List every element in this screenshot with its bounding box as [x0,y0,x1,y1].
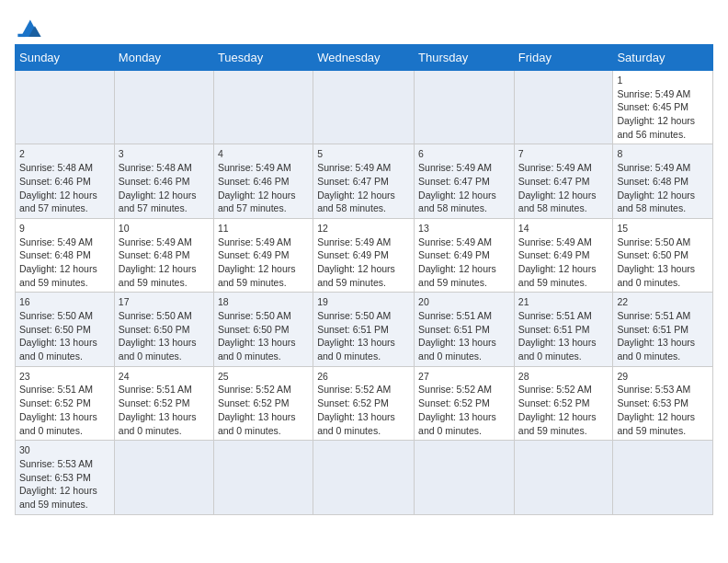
day-number: 3 [119,147,210,161]
day-number: 10 [119,222,210,236]
day-number: 12 [317,222,410,236]
calendar-cell: 1Sunrise: 5:49 AM Sunset: 6:45 PM Daylig… [613,71,713,144]
col-header-saturday: Saturday [613,45,713,71]
day-info: Sunrise: 5:49 AM Sunset: 6:48 PM Dayligh… [19,236,110,290]
page-container: SundayMondayTuesdayWednesdayThursdayFrid… [15,15,713,515]
day-number: 13 [418,222,510,236]
day-number: 18 [218,295,309,309]
day-info: Sunrise: 5:48 AM Sunset: 6:46 PM Dayligh… [119,161,210,215]
day-info: Sunrise: 5:49 AM Sunset: 6:47 PM Dayligh… [418,161,510,215]
day-info: Sunrise: 5:50 AM Sunset: 6:50 PM Dayligh… [218,309,309,363]
calendar-cell [613,441,713,514]
day-info: Sunrise: 5:50 AM Sunset: 6:50 PM Dayligh… [19,309,110,363]
day-info: Sunrise: 5:51 AM Sunset: 6:51 PM Dayligh… [418,309,510,363]
calendar-cell: 12Sunrise: 5:49 AM Sunset: 6:49 PM Dayli… [313,218,415,292]
calendar-cell [16,71,115,144]
day-number: 20 [418,295,510,309]
calendar-week-1: 1Sunrise: 5:49 AM Sunset: 6:45 PM Daylig… [16,71,713,144]
calendar-cell: 22Sunrise: 5:51 AM Sunset: 6:51 PM Dayli… [613,293,713,366]
day-info: Sunrise: 5:51 AM Sunset: 6:51 PM Dayligh… [518,309,609,363]
col-header-wednesday: Wednesday [313,45,415,71]
calendar-week-6: 30Sunrise: 5:53 AM Sunset: 6:53 PM Dayli… [16,441,713,514]
calendar-cell [213,441,313,514]
calendar-cell: 26Sunrise: 5:52 AM Sunset: 6:52 PM Dayli… [313,366,415,440]
calendar-cell: 21Sunrise: 5:51 AM Sunset: 6:51 PM Dayli… [514,293,613,366]
day-info: Sunrise: 5:53 AM Sunset: 6:53 PM Dayligh… [19,457,110,511]
svg-rect-2 [17,34,25,37]
day-info: Sunrise: 5:52 AM Sunset: 6:52 PM Dayligh… [317,383,410,437]
header [15,15,713,40]
calendar-cell: 23Sunrise: 5:51 AM Sunset: 6:52 PM Dayli… [16,366,115,440]
day-number: 1 [617,74,709,87]
calendar-cell: 3Sunrise: 5:48 AM Sunset: 6:46 PM Daylig… [114,144,213,218]
day-number: 16 [19,295,110,309]
calendar-week-3: 9Sunrise: 5:49 AM Sunset: 6:48 PM Daylig… [16,218,713,292]
calendar-cell [114,441,213,514]
day-info: Sunrise: 5:49 AM Sunset: 6:47 PM Dayligh… [518,161,609,215]
calendar-cell: 8Sunrise: 5:49 AM Sunset: 6:48 PM Daylig… [613,144,713,218]
calendar-cell [415,71,515,144]
day-info: Sunrise: 5:50 AM Sunset: 6:51 PM Dayligh… [317,309,410,363]
day-number: 23 [19,370,110,384]
col-header-friday: Friday [514,45,613,71]
col-header-thursday: Thursday [415,45,515,71]
day-number: 7 [518,147,609,161]
day-number: 17 [119,295,210,309]
day-info: Sunrise: 5:49 AM Sunset: 6:47 PM Dayligh… [317,161,410,215]
day-info: Sunrise: 5:49 AM Sunset: 6:45 PM Dayligh… [617,87,709,142]
calendar-cell: 10Sunrise: 5:49 AM Sunset: 6:48 PM Dayli… [114,218,213,292]
day-info: Sunrise: 5:49 AM Sunset: 6:48 PM Dayligh… [119,236,210,290]
calendar-week-5: 23Sunrise: 5:51 AM Sunset: 6:52 PM Dayli… [16,366,713,440]
calendar-cell: 6Sunrise: 5:49 AM Sunset: 6:47 PM Daylig… [415,144,515,218]
calendar-cell: 7Sunrise: 5:49 AM Sunset: 6:47 PM Daylig… [514,144,613,218]
day-info: Sunrise: 5:49 AM Sunset: 6:46 PM Dayligh… [218,161,309,215]
day-number: 2 [19,147,110,161]
day-number: 21 [518,295,609,309]
day-number: 14 [518,222,609,236]
calendar-cell: 11Sunrise: 5:49 AM Sunset: 6:49 PM Dayli… [213,218,313,292]
logo [15,15,48,40]
calendar-cell: 5Sunrise: 5:49 AM Sunset: 6:47 PM Daylig… [313,144,415,218]
day-info: Sunrise: 5:49 AM Sunset: 6:48 PM Dayligh… [617,161,709,215]
day-info: Sunrise: 5:51 AM Sunset: 6:52 PM Dayligh… [19,383,110,437]
calendar-cell [415,441,515,514]
calendar-cell [514,71,613,144]
calendar-cell [213,71,313,144]
calendar-header-row: SundayMondayTuesdayWednesdayThursdayFrid… [16,45,713,71]
calendar-cell: 30Sunrise: 5:53 AM Sunset: 6:53 PM Dayli… [16,441,115,514]
day-number: 5 [317,147,410,161]
calendar-cell: 16Sunrise: 5:50 AM Sunset: 6:50 PM Dayli… [16,293,115,366]
col-header-monday: Monday [114,45,213,71]
calendar-week-2: 2Sunrise: 5:48 AM Sunset: 6:46 PM Daylig… [16,144,713,218]
day-number: 30 [19,443,110,457]
day-number: 9 [19,222,110,236]
day-number: 25 [218,370,309,384]
calendar-cell: 18Sunrise: 5:50 AM Sunset: 6:50 PM Dayli… [213,293,313,366]
day-info: Sunrise: 5:51 AM Sunset: 6:52 PM Dayligh… [119,383,210,437]
day-info: Sunrise: 5:52 AM Sunset: 6:52 PM Dayligh… [518,383,609,437]
day-info: Sunrise: 5:52 AM Sunset: 6:52 PM Dayligh… [418,383,510,437]
day-number: 11 [218,222,309,236]
calendar-cell [514,441,613,514]
day-info: Sunrise: 5:50 AM Sunset: 6:50 PM Dayligh… [119,309,210,363]
calendar-cell: 9Sunrise: 5:49 AM Sunset: 6:48 PM Daylig… [16,218,115,292]
day-number: 27 [418,370,510,384]
day-info: Sunrise: 5:49 AM Sunset: 6:49 PM Dayligh… [418,236,510,290]
calendar-cell: 24Sunrise: 5:51 AM Sunset: 6:52 PM Dayli… [114,366,213,440]
calendar-week-4: 16Sunrise: 5:50 AM Sunset: 6:50 PM Dayli… [16,293,713,366]
day-number: 6 [418,147,510,161]
calendar-table: SundayMondayTuesdayWednesdayThursdayFrid… [15,44,713,515]
day-info: Sunrise: 5:49 AM Sunset: 6:49 PM Dayligh… [218,236,309,290]
day-number: 8 [617,147,709,161]
calendar-cell: 15Sunrise: 5:50 AM Sunset: 6:50 PM Dayli… [613,218,713,292]
col-header-sunday: Sunday [16,45,115,71]
calendar-cell: 29Sunrise: 5:53 AM Sunset: 6:53 PM Dayli… [613,366,713,440]
calendar-cell [313,441,415,514]
day-info: Sunrise: 5:51 AM Sunset: 6:51 PM Dayligh… [617,309,709,363]
calendar-cell: 14Sunrise: 5:49 AM Sunset: 6:49 PM Dayli… [514,218,613,292]
calendar-cell: 19Sunrise: 5:50 AM Sunset: 6:51 PM Dayli… [313,293,415,366]
calendar-cell: 20Sunrise: 5:51 AM Sunset: 6:51 PM Dayli… [415,293,515,366]
day-number: 22 [617,295,709,309]
day-number: 26 [317,370,410,384]
calendar-cell: 4Sunrise: 5:49 AM Sunset: 6:46 PM Daylig… [213,144,313,218]
